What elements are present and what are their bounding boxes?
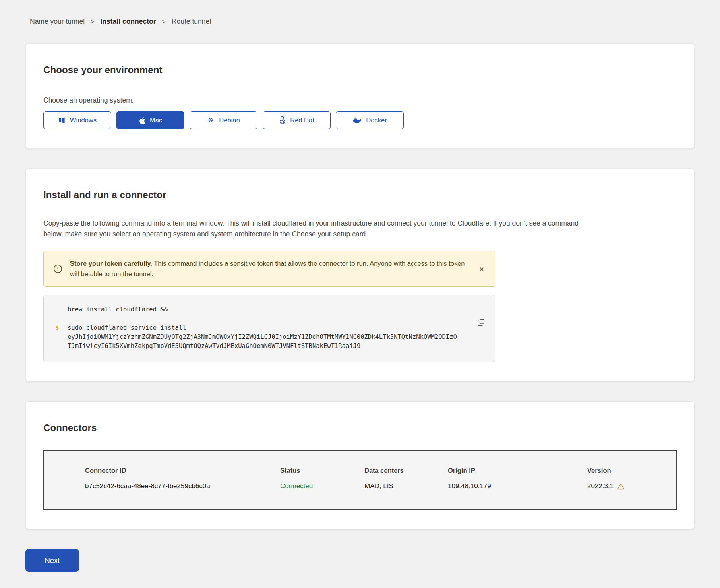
breadcrumb-separator: > (162, 18, 166, 25)
os-button-docker[interactable]: Docker (336, 111, 404, 129)
version-cell: 2022.3.1 (587, 482, 668, 490)
os-button-redhat[interactable]: Red Hat (263, 111, 331, 129)
close-icon[interactable]: × (478, 263, 486, 275)
os-select-label: Choose an operating system: (43, 96, 677, 104)
connector-id-value: b7c52c42-6caa-48ee-8c77-fbe259cb6c0a (85, 482, 280, 490)
command-body: sudo cloudflared service install eyJhIjo… (68, 323, 457, 351)
page: Name your tunnel > Install connector > R… (0, 0, 720, 582)
os-button-label: Debian (219, 116, 240, 124)
connectors-card-title: Connectors (43, 422, 677, 433)
breadcrumb: Name your tunnel > Install connector > R… (30, 17, 695, 26)
environment-card: Choose your environment Choose an operat… (25, 43, 695, 149)
breadcrumb-item-name-your-tunnel[interactable]: Name your tunnel (30, 17, 85, 26)
command-line-brew: brew install cloudflared && (68, 305, 467, 314)
version-value: 2022.3.1 (587, 482, 614, 490)
windows-icon (58, 116, 66, 124)
command-token-line-1: eyJhIjoiOWM1YjczYzhmZGNmZDUyOTg2ZjA3NmJm… (68, 333, 457, 342)
os-button-windows[interactable]: Windows (43, 111, 111, 129)
os-button-label: Red Hat (290, 116, 314, 124)
connectors-table: Connector ID Status Data centers Origin … (43, 450, 677, 510)
install-card-title: Install and run a connector (43, 190, 677, 201)
alert-circle-icon (53, 264, 62, 273)
warning-triangle-icon (617, 483, 625, 490)
os-button-label: Windows (70, 116, 97, 124)
column-header-version: Version (587, 467, 668, 474)
os-button-label: Mac (150, 116, 162, 124)
next-button[interactable]: Next (25, 549, 79, 572)
command-line-sudo: sudo cloudflared service install (68, 323, 457, 333)
os-button-row: Windows Mac Debian Red Hat (43, 111, 677, 129)
breadcrumb-separator: > (91, 18, 94, 25)
shell-prompt: $ (55, 323, 68, 351)
column-header-data-centers: Data centers (364, 467, 448, 474)
connectors-card: Connectors Connector ID Status Data cent… (25, 401, 695, 529)
os-button-label: Docker (366, 116, 387, 124)
column-header-origin-ip: Origin IP (448, 467, 587, 474)
column-header-connector-id: Connector ID (85, 467, 280, 474)
breadcrumb-item-install-connector[interactable]: Install connector (100, 17, 156, 26)
status-badge: Connected (280, 482, 364, 490)
os-button-debian[interactable]: Debian (190, 111, 257, 129)
apple-icon (139, 116, 145, 124)
column-header-status: Status (280, 467, 364, 474)
copy-icon[interactable] (476, 317, 486, 329)
redhat-penguin-icon (279, 116, 286, 124)
breadcrumb-item-route-tunnel[interactable]: Route tunnel (172, 17, 211, 26)
install-card-description: Copy-paste the following command into a … (43, 218, 592, 240)
token-warning-text: Store your token carefully. This command… (70, 259, 470, 279)
docker-whale-icon (352, 117, 362, 124)
os-button-mac[interactable]: Mac (116, 111, 184, 129)
data-centers-value: MAD, LIS (364, 482, 448, 490)
token-warning-banner: Store your token carefully. This command… (43, 251, 495, 287)
install-connector-card: Install and run a connector Copy-paste t… (25, 168, 695, 381)
token-warning-bold: Store your token carefully. (70, 260, 152, 267)
install-command-block: brew install cloudflared && $ sudo cloud… (43, 295, 495, 362)
command-token-line-2: TJmIiwicyI6Ik5XVmhZekpqTmpVdE5UQmtOQzAwT… (68, 342, 457, 351)
debian-icon (207, 116, 215, 124)
environment-card-title: Choose your environment (43, 64, 677, 75)
origin-ip-value: 109.48.10.179 (448, 482, 587, 490)
